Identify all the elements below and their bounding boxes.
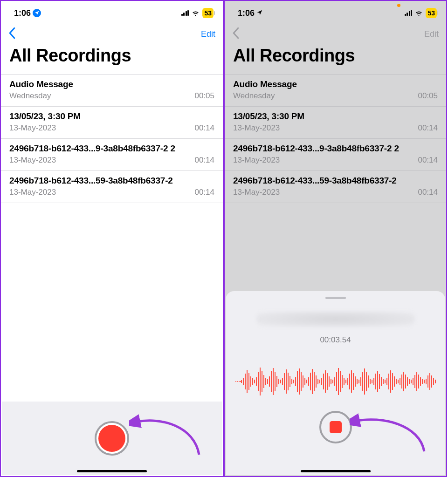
record-toolbar [2, 402, 222, 475]
cellular-icon [181, 10, 189, 16]
recording-title: 2496b718-b612-433...59-3a8b48fb6337-2 [9, 176, 214, 186]
cellular-icon [405, 10, 413, 16]
recording-title: 2496b718-b612-433...59-3a8b48fb6337-2 [233, 176, 438, 186]
phone-idle: 1:06 53 Edit All Recordings Audio Messag… [0, 0, 224, 477]
recording-duration: 00:14 [418, 156, 438, 165]
recording-title: 2496b718-b612-433...9-3a8b48fb6337-2 2 [9, 143, 214, 154]
recording-subtitle: 13-May-2023 [9, 188, 56, 197]
recording-subtitle: 13-May-2023 [9, 123, 56, 133]
recording-row[interactable]: 2496b718-b612-433...59-3a8b48fb6337-2 13… [1, 171, 223, 203]
home-indicator[interactable] [301, 470, 371, 472]
recording-row[interactable]: 13/05/23, 3:30 PM 13-May-202300:14 [1, 107, 223, 139]
record-icon [98, 425, 125, 452]
recording-name-blurred [256, 311, 415, 327]
home-indicator[interactable] [77, 470, 147, 472]
recording-title: 13/05/23, 3:30 PM [9, 111, 214, 122]
wifi-icon [415, 9, 423, 17]
record-button[interactable] [95, 421, 129, 456]
edit-button[interactable]: Edit [201, 29, 215, 39]
recording-title: 13/05/23, 3:30 PM [233, 111, 438, 122]
recording-subtitle: 13-May-2023 [233, 188, 280, 197]
waveform[interactable] [235, 361, 436, 402]
recording-list[interactable]: Audio Message Wednesday00:05 13/05/23, 3… [1, 74, 223, 203]
clock: 1:06 [14, 8, 31, 18]
recording-sheet[interactable]: 00:03.54 [226, 291, 445, 475]
recording-row[interactable]: 2496b718-b612-433...9-3a8b48fb6337-2 2 1… [225, 139, 446, 171]
location-icon [33, 9, 41, 17]
battery-indicator: 53 [426, 8, 437, 18]
recording-row[interactable]: 2496b718-b612-433...59-3a8b48fb6337-2 13… [225, 171, 446, 203]
stop-button[interactable] [319, 411, 352, 443]
location-icon [256, 8, 263, 18]
phone-recording: 1:06 53 Edit All Recordings Audio Messag… [224, 0, 447, 477]
recording-duration: 00:14 [418, 123, 438, 133]
waveform-leading-icon [235, 381, 241, 382]
status-bar: 1:06 53 [225, 1, 446, 25]
recording-duration: 00:05 [418, 91, 438, 101]
recording-title: Audio Message [233, 79, 438, 89]
recording-indicator-dot-icon [397, 4, 400, 7]
recording-duration: 00:14 [418, 188, 438, 197]
navigation-bar: Edit [1, 25, 223, 43]
recording-title: Audio Message [9, 79, 214, 89]
recording-row[interactable]: Audio Message Wednesday00:05 [225, 75, 446, 107]
status-bar: 1:06 53 [1, 1, 223, 25]
recording-subtitle: 13-May-2023 [233, 156, 280, 165]
recording-list[interactable]: Audio Message Wednesday00:05 13/05/23, 3… [225, 74, 446, 203]
recording-title: 2496b718-b612-433...9-3a8b48fb6337-2 2 [233, 143, 438, 154]
battery-indicator: 53 [202, 8, 214, 18]
back-button[interactable] [232, 27, 240, 41]
wifi-icon [192, 9, 200, 17]
navigation-bar: Edit [225, 25, 446, 43]
elapsed-time: 00:03.54 [320, 335, 351, 345]
recording-subtitle: Wednesday [233, 91, 275, 101]
recording-subtitle: 13-May-2023 [9, 156, 56, 165]
recording-duration: 00:14 [194, 123, 214, 133]
stop-icon [330, 421, 342, 433]
recording-subtitle: 13-May-2023 [233, 123, 280, 133]
recording-row[interactable]: 2496b718-b612-433...9-3a8b48fb6337-2 2 1… [1, 139, 223, 171]
page-title: All Recordings [225, 43, 446, 74]
recording-row[interactable]: Audio Message Wednesday00:05 [1, 75, 223, 107]
back-button[interactable] [8, 27, 16, 41]
recording-duration: 00:14 [194, 156, 214, 165]
sheet-grabber[interactable] [325, 297, 346, 299]
waveform-bars-icon [241, 361, 436, 402]
clock: 1:06 [238, 8, 255, 18]
recording-duration: 00:14 [194, 188, 214, 197]
recording-subtitle: Wednesday [9, 91, 51, 101]
edit-button[interactable]: Edit [424, 29, 439, 39]
recording-row[interactable]: 13/05/23, 3:30 PM 13-May-202300:14 [225, 107, 446, 139]
page-title: All Recordings [1, 43, 223, 74]
recording-duration: 00:05 [194, 91, 214, 101]
